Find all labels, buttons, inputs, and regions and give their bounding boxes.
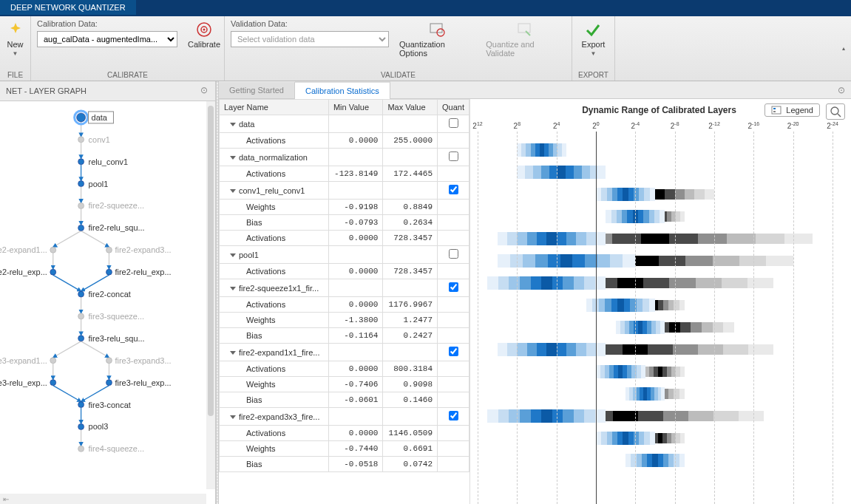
table-row[interactable]: Activations0.0000728.3457 xyxy=(220,264,469,279)
range-bar[interactable] xyxy=(478,166,842,179)
table-row[interactable]: Activations0.0000728.3457 xyxy=(220,231,469,246)
ribbon-collapse-button[interactable]: ▴ xyxy=(836,16,851,81)
graph-node[interactable]: fire2-relu_exp... xyxy=(0,268,56,276)
graph-node[interactable]: pool3 xyxy=(78,422,109,431)
graph-node[interactable]: fire2-squeeze... xyxy=(78,201,144,210)
svg-point-61 xyxy=(106,380,112,386)
col-max[interactable]: Max Value xyxy=(383,100,438,115)
graph-node[interactable]: fire3-squeeze... xyxy=(78,312,144,321)
table-row[interactable]: data_normalization xyxy=(220,149,469,166)
quantize-checkbox[interactable] xyxy=(449,411,458,420)
quantize-checkbox[interactable] xyxy=(449,282,458,292)
expand-icon[interactable] xyxy=(230,287,236,290)
graph-node[interactable]: data xyxy=(77,112,114,123)
table-row[interactable]: data xyxy=(220,115,469,133)
table-row[interactable]: Activations0.0000800.3184 xyxy=(220,361,469,377)
range-bar[interactable] xyxy=(478,188,842,201)
table-row[interactable]: Bias-0.05180.0742 xyxy=(220,457,469,472)
graph-node[interactable]: fire3-concat xyxy=(78,401,131,409)
range-bar[interactable] xyxy=(478,432,842,445)
col-layer[interactable]: Layer Name xyxy=(220,100,329,115)
graph-node[interactable]: conv1 xyxy=(78,135,110,144)
tab-options-button[interactable]: ⊙ xyxy=(832,85,851,95)
table-row[interactable]: Bias-0.11640.2427 xyxy=(220,328,469,344)
table-row[interactable]: Weights-0.91980.8849 xyxy=(220,200,469,215)
grid-line xyxy=(596,132,597,504)
table-row[interactable]: Weights-0.74060.9098 xyxy=(220,377,469,392)
expand-icon[interactable] xyxy=(230,351,236,355)
col-min[interactable]: Min Value xyxy=(328,100,383,115)
quantize-checkbox[interactable] xyxy=(449,185,458,194)
range-bar[interactable] xyxy=(478,343,842,356)
graph-node[interactable]: fire3-expand1... xyxy=(0,356,56,365)
cal-data-dropdown[interactable]: aug_calData - augmentedIma... xyxy=(37,31,177,47)
range-bar[interactable] xyxy=(478,254,842,268)
table-row[interactable]: fire2-squeeze1x1_fir... xyxy=(220,279,469,297)
tab-getting-started[interactable]: Getting Started xyxy=(219,82,295,98)
table-row[interactable]: Activations0.00001176.9967 xyxy=(220,297,469,313)
range-bar[interactable] xyxy=(478,454,842,467)
range-bar[interactable] xyxy=(478,232,842,245)
range-bar[interactable] xyxy=(478,143,842,157)
col-quant[interactable]: Quant xyxy=(438,100,469,115)
expand-icon[interactable] xyxy=(230,156,236,160)
chart-body[interactable]: 2122824202-42-82-122-162-202-24 xyxy=(478,121,842,504)
export-button[interactable]: Export ▼ xyxy=(579,19,608,58)
expand-icon[interactable] xyxy=(230,253,236,257)
graph-node[interactable]: fire4-squeeze... xyxy=(78,444,144,453)
table-row[interactable]: Bias-0.06010.1460 xyxy=(220,392,469,408)
expand-icon[interactable] xyxy=(230,123,236,126)
legend-button[interactable]: Legend xyxy=(764,103,820,117)
tab-calibration-stats[interactable]: Calibration Statistics xyxy=(295,81,390,99)
quantize-checkbox[interactable] xyxy=(449,347,458,356)
graph-node[interactable]: fire2-relu_squ... xyxy=(78,223,145,232)
range-bar[interactable] xyxy=(478,210,842,223)
table-row[interactable]: Weights-1.38001.2477 xyxy=(220,313,469,328)
range-bar[interactable] xyxy=(478,276,842,290)
graph-node[interactable]: fire3-expand3... xyxy=(106,356,171,365)
graph-node[interactable]: fire2-concat xyxy=(78,290,131,299)
table-row[interactable]: Activations-123.8149172.4465 xyxy=(220,166,469,182)
expand-icon[interactable] xyxy=(230,189,236,193)
graph-node[interactable]: pool1 xyxy=(78,180,109,188)
svg-line-20 xyxy=(81,341,109,358)
quantize-checkbox[interactable] xyxy=(449,118,458,128)
grid-line xyxy=(753,132,754,504)
svg-text:relu_conv1: relu_conv1 xyxy=(89,157,129,166)
graph-node[interactable]: fire2-relu_exp... xyxy=(106,268,171,276)
table-row[interactable]: Weights-0.74400.6691 xyxy=(220,441,469,457)
table-row[interactable]: Bias-0.07930.2634 xyxy=(220,215,469,231)
table-row[interactable]: fire2-expand1x1_fire... xyxy=(220,344,469,361)
panel-close-button[interactable]: ⊙ xyxy=(199,86,209,96)
quantization-options-button[interactable]: Quantization Options xyxy=(396,19,475,59)
graph-node[interactable]: fire3-relu_exp... xyxy=(0,378,56,387)
graph-node[interactable]: fire3-relu_exp... xyxy=(106,378,171,387)
table-row[interactable]: conv1_relu_conv1 xyxy=(220,182,469,200)
range-bar[interactable] xyxy=(478,321,842,334)
range-bar[interactable] xyxy=(478,365,842,378)
expand-icon[interactable] xyxy=(230,415,236,419)
zoom-button[interactable] xyxy=(826,103,845,120)
range-bar[interactable] xyxy=(478,299,842,312)
range-bar[interactable] xyxy=(478,409,842,423)
graph-vscroll[interactable] xyxy=(206,101,215,489)
table-row[interactable]: Activations0.00001146.0509 xyxy=(220,426,469,441)
val-data-dropdown[interactable]: Select validation data xyxy=(231,31,389,47)
quantize-checkbox[interactable] xyxy=(449,151,458,161)
table-row[interactable]: pool1 xyxy=(220,246,469,264)
table-row[interactable]: Activations0.0000255.0000 xyxy=(220,133,469,149)
stats-table-pane[interactable]: Layer Name Min Value Max Value Quant dat… xyxy=(219,99,470,504)
layer-graph-canvas[interactable]: dataconv1relu_conv1pool1fire2-squeeze...… xyxy=(0,101,215,504)
axis-tick-label: 2-12 xyxy=(708,121,720,130)
graph-node[interactable]: fire3-relu_squ... xyxy=(78,334,145,343)
range-bar[interactable] xyxy=(478,387,842,401)
graph-node[interactable]: fire2-expand3... xyxy=(106,245,171,254)
graph-node[interactable]: relu_conv1 xyxy=(78,157,129,166)
svg-line-73 xyxy=(838,114,841,117)
calibrate-button[interactable]: Calibrate xyxy=(185,19,223,50)
graph-hscroll[interactable]: ⇤ xyxy=(0,494,206,504)
new-button[interactable]: New ▼ xyxy=(4,19,27,58)
quantize-checkbox[interactable] xyxy=(449,249,458,259)
graph-node[interactable]: fire2-expand1... xyxy=(0,245,56,254)
table-row[interactable]: fire2-expand3x3_fire... xyxy=(220,408,469,426)
